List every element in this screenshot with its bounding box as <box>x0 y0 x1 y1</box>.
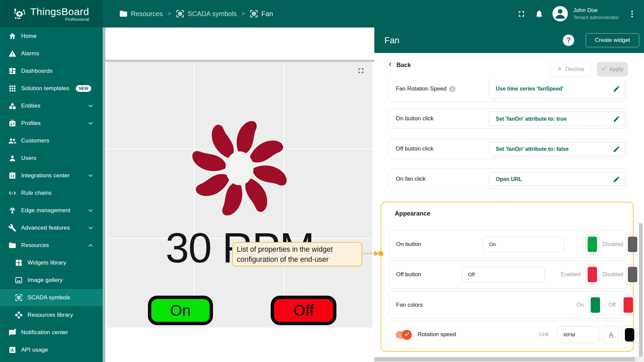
back-button[interactable]: Back <box>388 62 411 69</box>
sidebar-item-alarms[interactable]: Alarms <box>0 45 103 62</box>
appearance-row-on-button: On button On Disabled <box>388 230 627 258</box>
fan-rotation-speed-value[interactable]: Use time series 'fanSpeed' <box>489 80 625 99</box>
decline-button[interactable]: Decline <box>549 62 592 77</box>
sidebar-item-users[interactable]: Users <box>0 149 103 167</box>
sidebar-item-profiles[interactable]: Profiles <box>0 115 103 132</box>
on-button-click-value[interactable]: Set 'fanOn' attribute to: true <box>489 112 625 126</box>
logo-block[interactable]: ThingsBoard Professional <box>0 0 103 27</box>
chevron-down-icon <box>87 120 94 127</box>
breadcrumb-scada-symbols[interactable]: SCADA symbols <box>176 9 237 18</box>
close-icon <box>557 66 562 73</box>
fan-off-color-swatch[interactable] <box>621 295 635 315</box>
breadcrumb-separator: > <box>168 10 171 17</box>
reslib-icon <box>15 311 23 319</box>
brand-name: ThingsBoard <box>30 6 89 17</box>
edit-pencil-icon[interactable] <box>613 115 620 123</box>
notification-icon <box>8 328 16 337</box>
users-icon <box>8 154 16 162</box>
appearance-section: Appearance On button On Disabled Off but… <box>381 202 634 352</box>
edit-pencil-icon[interactable] <box>613 85 620 93</box>
rotation-unit-input[interactable]: RPM <box>557 326 599 343</box>
sidebar-item-image-gallery[interactable]: Image gallery <box>0 272 103 289</box>
on-button-enabled-color-swatch[interactable] <box>585 234 599 255</box>
sidebar-item-label: Widgets library <box>28 259 66 266</box>
off-button-label-input[interactable]: Off <box>462 267 545 282</box>
sidebar-item-notification-center[interactable]: Notification center <box>0 324 103 341</box>
breadcrumb-fan[interactable]: Fan <box>250 9 273 18</box>
off-button-disabled-color-swatch[interactable] <box>626 264 639 285</box>
appearance-heading: Appearance <box>395 210 430 217</box>
panel-scroll-area[interactable]: Fan Rotation Speed i Use time series 'fa… <box>374 80 639 357</box>
sidebar-item-white-labeling[interactable]: White labeling <box>0 359 103 362</box>
kebab-menu-icon[interactable] <box>628 9 637 18</box>
sidebar-items: HomeAlarmsDashboardsSolution templatesNE… <box>0 27 103 362</box>
sidebar-item-label: Image gallery <box>28 277 63 284</box>
chevron-up-icon <box>87 242 94 249</box>
sidebar-item-advanced-features[interactable]: Advanced features <box>0 219 103 237</box>
vertical-scrollbar[interactable] <box>639 223 643 357</box>
sidebar-item-scada-symbols[interactable]: SCADA symbols <box>0 289 103 306</box>
appearance-row-fan-colors: Fan colors On Off <box>388 291 627 319</box>
scada-icon <box>15 294 23 302</box>
sidebar-item-resources[interactable]: Resources <box>0 237 103 254</box>
sidebar-item-api-usage[interactable]: API usage <box>0 341 103 359</box>
appearance-row-rotation-speed: Rotation speed Unit RPM A <box>388 321 627 348</box>
expand-canvas-icon[interactable] <box>357 67 365 75</box>
on-button-label-input[interactable]: On <box>483 237 565 252</box>
rotation-speed-toggle[interactable] <box>396 331 411 339</box>
breadcrumb-resources[interactable]: Resources <box>119 9 163 18</box>
scada-symbol-icon <box>250 9 258 18</box>
entities-icon <box>8 102 16 110</box>
sidebar-item-edge-management[interactable]: Edge management <box>0 202 103 219</box>
sidebar-item-rule-chains[interactable]: Rule chains <box>0 184 103 202</box>
sidebar-item-solution-templates[interactable]: Solution templatesNEW <box>0 80 103 97</box>
off-button-click-value[interactable]: Set 'fanOn' attribute to: false <box>489 142 625 156</box>
sidebar-item-integrations-center[interactable]: Integrations center <box>0 167 103 184</box>
scada-canvas[interactable]: 30 RPM On Off <box>107 62 372 327</box>
editor-gutter <box>103 27 105 362</box>
fan-symbol[interactable] <box>184 113 295 224</box>
sidebar-item-label: Customers <box>21 137 49 144</box>
sidebar-item-home[interactable]: Home <box>0 27 103 45</box>
sidebar-item-entities[interactable]: Entities <box>0 97 103 115</box>
apply-button[interactable]: Apply <box>597 62 628 77</box>
chevron-left-icon <box>388 62 393 69</box>
breadcrumb: Resources > SCADA symbols > Fan <box>119 0 273 27</box>
off-button-enabled-color-swatch[interactable] <box>585 264 599 285</box>
sidebar-item-resources-library[interactable]: Resources library <box>0 306 103 324</box>
folder-icon <box>8 241 16 249</box>
home-icon <box>8 32 16 40</box>
notifications-bell-icon[interactable] <box>535 9 544 18</box>
sidebar-item-label: Rule chains <box>21 190 52 196</box>
sidebar-item-label: Advanced features <box>21 225 70 231</box>
on-fan-click-value[interactable]: Open URL <box>489 172 625 186</box>
fullscreen-icon[interactable] <box>517 9 526 18</box>
horizontal-scrollbar-thumb[interactable] <box>374 357 635 361</box>
advanced-icon <box>8 224 16 232</box>
edit-pencil-icon[interactable] <box>613 145 620 153</box>
font-color-swatch[interactable] <box>622 326 638 344</box>
user-info[interactable]: John Doe Tenant administrator <box>573 7 619 21</box>
check-icon <box>404 331 410 338</box>
horizontal-scrollbar-track <box>374 357 644 362</box>
on-button-disabled-color-swatch[interactable] <box>626 234 639 255</box>
create-widget-button[interactable]: Create widget <box>586 33 639 47</box>
edit-pencil-icon[interactable] <box>613 176 620 183</box>
sidebar-item-widgets-library[interactable]: Widgets library <box>0 254 103 272</box>
help-icon[interactable]: ? <box>563 35 574 46</box>
setting-row-off-button-click: Off button click Set 'fanOn' attribute t… <box>388 139 627 159</box>
avatar[interactable] <box>552 6 568 21</box>
panel-header: Fan ? Create widget <box>374 27 644 53</box>
sidebar-item-dashboards[interactable]: Dashboards <box>0 62 103 80</box>
fan-off-button[interactable]: Off <box>271 296 336 325</box>
info-icon[interactable]: i <box>449 86 455 92</box>
fan-on-color-swatch[interactable] <box>588 295 602 315</box>
sidebar-item-label: Notification center <box>21 329 68 336</box>
user-icon <box>553 6 567 21</box>
profiles-icon <box>8 119 16 127</box>
sidebar-item-customers[interactable]: Customers <box>0 132 103 149</box>
widgets-icon <box>15 259 23 267</box>
font-settings-button[interactable]: A <box>603 326 619 344</box>
fan-on-button[interactable]: On <box>148 296 213 325</box>
sidebar-item-label: Resources <box>21 242 49 249</box>
